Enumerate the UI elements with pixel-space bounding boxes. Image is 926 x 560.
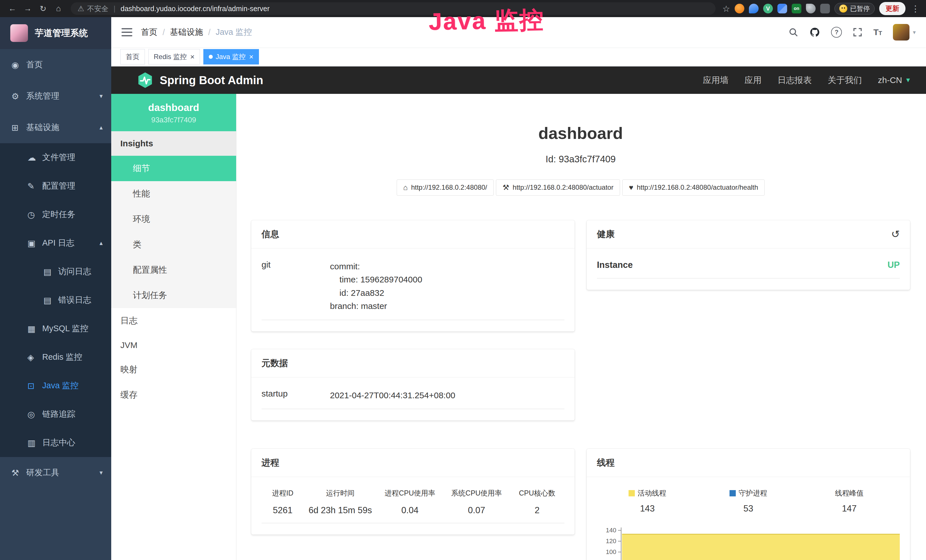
nav-logs[interactable]: 日志	[111, 308, 236, 333]
address-bar[interactable]: ⚠ 不安全 | dashboard.yudao.iocoder.cn/infra…	[71, 2, 716, 15]
nav-mappings[interactable]: 映射	[111, 357, 236, 382]
active-dot	[209, 55, 213, 59]
back-icon[interactable]: ←	[5, 2, 20, 15]
threads-legend: 活动线程 守护进程 线程峰值	[597, 488, 900, 498]
home-icon: ⌂	[403, 183, 408, 192]
vue-devtools-icon[interactable]: V	[763, 4, 773, 14]
val-uptime: 6d 23h 15m 59s	[304, 505, 377, 516]
col-process-cpu: 进程CPU使用率	[377, 488, 443, 498]
insights-group-header[interactable]: Insights	[111, 131, 236, 156]
sba-nav-wall[interactable]: 应用墙	[703, 74, 728, 86]
app-logo[interactable]: 芋道管理系统	[0, 17, 111, 49]
sba-nav-about[interactable]: 关于我们	[828, 74, 862, 86]
timer-icon: ◷	[27, 210, 42, 219]
home-icon[interactable]: ⌂	[51, 2, 66, 15]
health-url-link[interactable]: ♥ http://192.168.0.2:48080/actuator/heal…	[622, 179, 764, 196]
sidebar-item-system-mgmt[interactable]: ⚙ 系统管理 ▾	[0, 80, 111, 112]
help-icon[interactable]: ?	[831, 27, 842, 38]
sidebar-item-log-center[interactable]: ▥ 日志中心	[0, 428, 111, 457]
sidebar-item-api-log[interactable]: ▣ API 日志 ▴	[0, 229, 111, 257]
hamburger-icon[interactable]	[121, 28, 132, 37]
process-table-values: 5261 6d 23h 15m 59s 0.04 0.07 2	[262, 498, 564, 523]
extensions-puzzle-icon[interactable]	[820, 4, 830, 14]
sidebar-item-scheduled-tasks[interactable]: ◷ 定时任务	[0, 200, 111, 229]
close-icon[interactable]: ×	[190, 53, 195, 61]
paused-label: 已暂停	[850, 4, 870, 13]
history-icon[interactable]: ↺	[891, 229, 900, 239]
browser-actions: ☆ V on 已暂停 更新 ⋮	[722, 2, 921, 15]
fullscreen-icon[interactable]	[853, 27, 862, 37]
chevron-down-icon: ▾	[100, 469, 103, 477]
link-url: http://192.168.0.2:48080/actuator/health	[637, 183, 758, 191]
nav-caches[interactable]: 缓存	[111, 382, 236, 408]
metadata-card-title: 元数据	[262, 357, 288, 369]
instance-header[interactable]: dashboard 93a3fc7f7409	[111, 94, 236, 131]
font-size-icon[interactable]: TT	[873, 27, 882, 37]
service-url-link[interactable]: ⌂ http://192.168.0.2:48080/	[397, 179, 494, 196]
sba-nav-journal[interactable]: 日志报表	[778, 74, 812, 86]
health-card: 健康 ↺ Instance UP	[587, 220, 910, 290]
extension-icon-drop[interactable]	[749, 4, 759, 14]
val-pid: 5261	[262, 505, 304, 516]
metadata-startup-row: startup 2021-04-27T00:44:31.254+08:00	[262, 389, 564, 409]
dashboard-icon: ◉	[11, 60, 26, 70]
nav-config-props[interactable]: 配置属性	[111, 257, 236, 283]
info-card: 信息 git commit: time: 1596289704000 id: 2…	[251, 220, 575, 331]
legend-live-threads: 活动线程	[597, 488, 698, 498]
tab-java-monitor[interactable]: Java 监控 ×	[203, 49, 259, 65]
breadcrumb-infrastructure[interactable]: 基础设施	[170, 27, 203, 38]
extension-icon-grid[interactable]	[778, 4, 787, 14]
sidebar-item-label: Java 监控	[42, 380, 79, 391]
metadata-card: 元数据 startup 2021-04-27T00:44:31.254+08:0…	[251, 349, 575, 421]
sidebar-item-file-mgmt[interactable]: ☁ 文件管理	[0, 143, 111, 172]
sidebar-item-trace[interactable]: ◎ 链路追踪	[0, 400, 111, 428]
breadcrumb-home[interactable]: 首页	[141, 27, 157, 38]
sidebar-item-dev-tools[interactable]: ⚒ 研发工具 ▾	[0, 457, 111, 488]
sidebar-item-mysql-monitor[interactable]: ▦ MySQL 监控	[0, 314, 111, 343]
threads-chart-y-axis: 140 120 100	[597, 527, 621, 560]
warning-icon: ⚠	[77, 4, 84, 13]
sidebar-item-config-mgmt[interactable]: ✎ 配置管理	[0, 172, 111, 200]
sidebar-item-access-log[interactable]: ▤ 访问日志	[0, 257, 111, 286]
forward-icon[interactable]: →	[21, 2, 35, 15]
reload-icon[interactable]: ↻	[36, 2, 50, 15]
tab-home[interactable]: 首页	[120, 49, 145, 65]
sidebar-item-error-log[interactable]: ▤ 错误日志	[0, 286, 111, 314]
search-icon[interactable]	[788, 27, 799, 37]
sidebar-item-redis-monitor[interactable]: ◈ Redis 监控	[0, 343, 111, 371]
sidebar-item-java-monitor[interactable]: ⊡ Java 监控	[0, 371, 111, 400]
tab-redis-monitor[interactable]: Redis 监控 ×	[148, 49, 200, 65]
insights-submenu: 细节 性能 环境 类 配置属性 计划任务	[111, 156, 236, 308]
health-instance-row[interactable]: Instance UP	[597, 260, 900, 278]
browser-menu-icon[interactable]: ⋮	[910, 4, 921, 14]
sba-brand[interactable]: Spring Boot Admin	[137, 72, 263, 88]
info-card-title: 信息	[262, 228, 279, 240]
sba-nav-applications[interactable]: 应用	[744, 74, 761, 86]
extension-icon-orange[interactable]	[735, 4, 744, 14]
extension-icon-leaf[interactable]	[806, 4, 816, 14]
proxy-on-icon[interactable]: on	[792, 4, 801, 14]
sidebar-item-infrastructure[interactable]: ⊞ 基础设施 ▴	[0, 112, 111, 143]
divider: |	[113, 5, 115, 13]
sba-navbar: Spring Boot Admin 应用墙 应用 日志报表 关于我们 zh-CN…	[111, 67, 926, 94]
update-button[interactable]: 更新	[879, 2, 905, 15]
threads-chart-plot	[621, 527, 900, 560]
link-url: http://192.168.0.2:48080/actuator	[513, 183, 614, 191]
api-log-icon: ▣	[27, 238, 42, 248]
nav-environment[interactable]: 环境	[111, 207, 236, 232]
nav-scheduled-tasks[interactable]: 计划任务	[111, 283, 236, 308]
sidebar-item-label: 访问日志	[58, 266, 91, 277]
nav-classes[interactable]: 类	[111, 232, 236, 257]
infrastructure-submenu: ☁ 文件管理 ✎ 配置管理 ◷ 定时任务 ▣ API 日志 ▴ ▤	[0, 143, 111, 457]
sidebar-item-home[interactable]: ◉ 首页	[0, 49, 111, 80]
paused-badge[interactable]: 已暂停	[834, 3, 875, 15]
nav-details[interactable]: 细节	[111, 156, 236, 181]
bookmark-star-icon[interactable]: ☆	[722, 4, 730, 14]
nav-metrics[interactable]: 性能	[111, 181, 236, 207]
github-icon[interactable]	[809, 27, 820, 38]
close-icon[interactable]: ×	[249, 53, 254, 61]
user-menu[interactable]: ▾	[893, 24, 916, 41]
locale-selector[interactable]: zh-CN ▼	[878, 75, 911, 85]
nav-jvm[interactable]: JVM	[111, 333, 236, 357]
actuator-url-link[interactable]: ⚒ http://192.168.0.2:48080/actuator	[496, 179, 620, 196]
